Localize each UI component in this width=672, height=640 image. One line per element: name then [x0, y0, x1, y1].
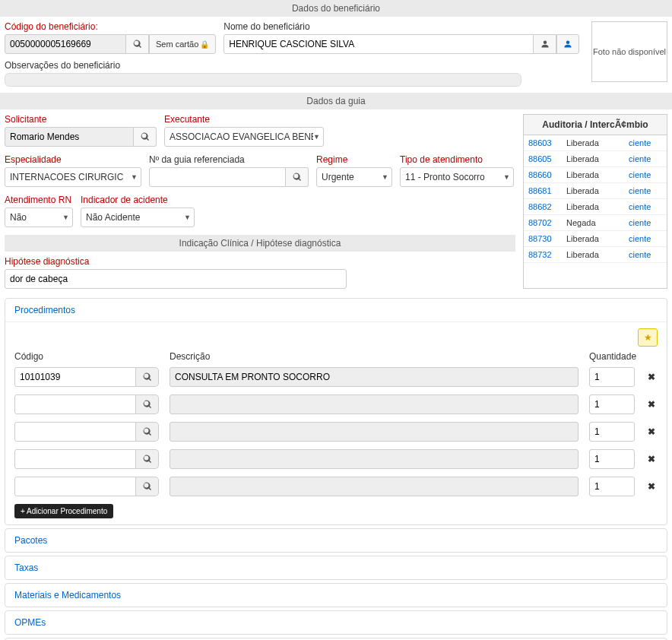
executante-label: Executante	[164, 114, 324, 125]
proc-codigo-input[interactable]	[14, 394, 136, 414]
tab-opmes[interactable]: OPMEs	[5, 611, 667, 634]
audit-action[interactable]: ciente	[629, 218, 659, 227]
proc-search-button[interactable]	[136, 477, 159, 496]
proc-codigo-input[interactable]	[14, 367, 136, 387]
proc-remove-button[interactable]: ✖	[645, 426, 658, 437]
audit-id[interactable]: 88732	[528, 250, 566, 259]
add-procedimento-button[interactable]: + Adicionar Procedimento	[14, 504, 113, 518]
proc-row: ✖	[14, 422, 658, 442]
tab-pacotes[interactable]: Pacotes	[5, 529, 667, 552]
regime-select[interactable]: Urgente ▼	[316, 167, 392, 187]
proc-qtd-input[interactable]	[589, 394, 635, 414]
proc-remove-button[interactable]: ✖	[645, 481, 658, 492]
proc-search-button[interactable]	[136, 367, 159, 387]
indicador-value: Não Acidente	[86, 212, 140, 223]
sem-cartao-button[interactable]: Sem cartão🔒	[149, 34, 216, 54]
star-button[interactable]: ★	[638, 328, 658, 347]
user-icon	[540, 40, 550, 49]
obs-beneficiario-label: Observações do beneficiário	[5, 60, 579, 71]
audit-id[interactable]: 88702	[528, 218, 566, 227]
chevron-down-icon: ▼	[382, 173, 388, 181]
audit-row: 88732Liberadaciente	[524, 247, 667, 263]
tab-materiais[interactable]: Materiais e Medicamentos	[5, 584, 667, 607]
audit-id[interactable]: 88660	[528, 170, 566, 179]
chevron-down-icon: ▼	[503, 173, 510, 181]
proc-desc-input	[170, 367, 578, 387]
audit-header: Auditoria / IntercÃ¢mbio	[524, 115, 667, 135]
audit-action[interactable]: ciente	[629, 202, 659, 211]
search-icon	[143, 427, 152, 436]
proc-qtd-input[interactable]	[589, 449, 635, 469]
chevron-down-icon: ▼	[184, 214, 191, 221]
proc-desc-input	[170, 394, 578, 414]
especialidade-select[interactable]: INTERNACOES CIRURGIC ▼	[5, 167, 141, 187]
proc-codigo-input[interactable]	[14, 422, 136, 442]
audit-body[interactable]: 88603Liberadaciente88605Liberadaciente88…	[524, 135, 667, 263]
audit-action[interactable]: ciente	[629, 186, 659, 195]
proc-desc-input	[170, 477, 578, 496]
audit-action[interactable]: ciente	[629, 250, 659, 259]
audit-action[interactable]: ciente	[629, 154, 659, 163]
user-info-button[interactable]	[534, 34, 556, 54]
proc-codigo-header: Código	[14, 351, 159, 362]
audit-id[interactable]: 88603	[528, 138, 566, 147]
search-solicitante-button[interactable]	[134, 127, 157, 147]
section-header-beneficiario: Dados do beneficiário	[0, 0, 672, 17]
hipotese-input[interactable]	[5, 269, 347, 289]
num-guia-label: Nº da guia referenciada	[149, 154, 309, 165]
chevron-down-icon: ▼	[313, 133, 320, 141]
solicitante-label: Solicitante	[5, 114, 157, 125]
atend-rn-select[interactable]: Não ▼	[5, 208, 73, 227]
audit-status: Liberada	[566, 250, 629, 259]
proc-qtd-input[interactable]	[589, 477, 635, 496]
proc-remove-button[interactable]: ✖	[645, 399, 658, 410]
search-icon	[143, 400, 152, 409]
proc-codigo-input[interactable]	[14, 449, 136, 469]
audit-action[interactable]: ciente	[629, 138, 659, 147]
audit-id[interactable]: 88682	[528, 202, 566, 211]
proc-row: ✖	[14, 477, 658, 496]
proc-search-button[interactable]	[136, 422, 159, 442]
proc-remove-button[interactable]: ✖	[645, 454, 658, 464]
codigo-beneficiario-label: Código do beneficiário:	[5, 21, 216, 32]
proc-search-button[interactable]	[136, 449, 159, 469]
solicitante-input[interactable]	[5, 127, 134, 147]
codigo-beneficiario-input[interactable]	[5, 34, 126, 54]
audit-id[interactable]: 88730	[528, 234, 566, 243]
tab-procedimentos[interactable]: Procedimentos	[5, 299, 667, 322]
search-beneficiario-button[interactable]	[126, 34, 149, 54]
section-header-hipotese: Indicação Clínica / Hipótese diagnóstica	[5, 235, 515, 252]
indicador-select[interactable]: Não Acidente ▼	[81, 208, 195, 227]
proc-desc-input	[170, 449, 578, 469]
audit-status: Liberada	[566, 234, 629, 243]
user-add-button[interactable]	[556, 34, 579, 54]
chevron-down-icon: ▼	[131, 173, 138, 181]
search-icon	[143, 482, 152, 491]
proc-remove-button[interactable]: ✖	[645, 372, 658, 382]
audit-action[interactable]: ciente	[629, 234, 659, 243]
executante-select[interactable]: ASSOCIACAO EVANGELICA BENEFI ▼	[164, 127, 324, 147]
especialidade-label: Especialidade	[5, 154, 141, 165]
proc-qtd-input[interactable]	[589, 367, 635, 387]
proc-row: ✖	[14, 394, 658, 414]
executante-value: ASSOCIACAO EVANGELICA BENEFI	[170, 131, 313, 142]
audit-row: 88730Liberadaciente	[524, 231, 667, 247]
atend-rn-value: Não	[10, 212, 27, 223]
search-icon	[133, 40, 142, 49]
audit-id[interactable]: 88605	[528, 154, 566, 163]
proc-search-button[interactable]	[136, 394, 159, 414]
hipotese-label: Hipótese diagnóstica	[5, 256, 515, 267]
proc-codigo-input[interactable]	[14, 477, 136, 496]
tipo-atend-value: 11 - Pronto Socorro	[405, 172, 485, 182]
search-icon	[293, 173, 302, 182]
chevron-down-icon: ▼	[62, 214, 69, 221]
num-guia-input[interactable]	[149, 167, 286, 187]
tab-taxas[interactable]: Taxas	[5, 556, 667, 579]
audit-action[interactable]: ciente	[629, 170, 659, 179]
nome-beneficiario-input[interactable]	[223, 34, 534, 54]
audit-id[interactable]: 88681	[528, 186, 566, 195]
sem-cartao-label: Sem cartão	[156, 40, 198, 49]
tipo-atend-select[interactable]: 11 - Pronto Socorro ▼	[400, 167, 514, 187]
proc-qtd-input[interactable]	[589, 422, 635, 442]
search-guia-button[interactable]	[286, 167, 309, 187]
